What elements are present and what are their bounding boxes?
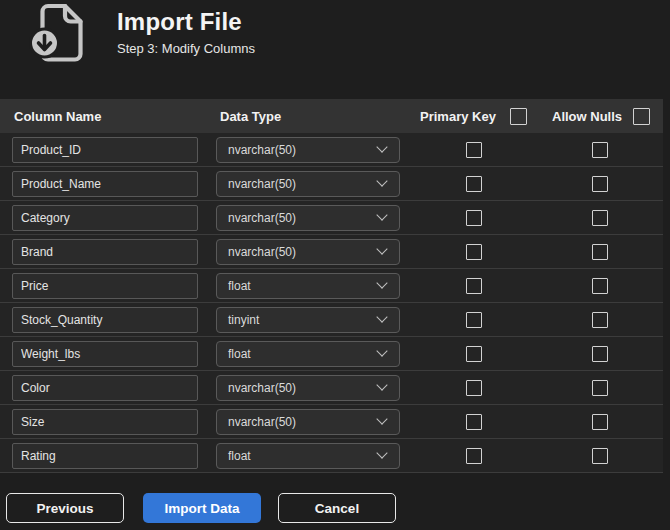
data-type-dropdown[interactable]: nvarchar(50) (216, 205, 400, 231)
allow-nulls-checkbox[interactable] (592, 244, 608, 260)
page-title: Import File (117, 8, 255, 35)
table-row: nvarchar(50) (0, 167, 663, 201)
allow-nulls-checkbox[interactable] (592, 414, 608, 430)
column-name-input[interactable] (12, 443, 198, 469)
allow-nulls-checkbox[interactable] (592, 278, 608, 294)
chevron-down-icon (376, 345, 387, 356)
data-type-dropdown[interactable]: nvarchar(50) (216, 171, 400, 197)
allow-nulls-cell (537, 414, 663, 430)
data-type-value: nvarchar(50) (228, 211, 296, 225)
primary-key-cell (410, 346, 537, 362)
allow-nulls-checkbox[interactable] (592, 210, 608, 226)
column-header-type: Data Type (216, 109, 410, 124)
column-header-primary-key-group: Primary Key (410, 108, 537, 125)
primary-key-checkbox[interactable] (466, 346, 482, 362)
allow-nulls-cell (537, 176, 663, 192)
primary-key-cell (410, 448, 537, 464)
chevron-down-icon (376, 175, 387, 186)
column-name-cell (0, 341, 216, 367)
allow-nulls-checkbox[interactable] (592, 142, 608, 158)
table-row: tinyint (0, 303, 663, 337)
data-type-dropdown[interactable]: float (216, 443, 400, 469)
table-row: nvarchar(50) (0, 133, 663, 167)
table-header-row: Column Name Data Type Primary Key Allow … (0, 99, 663, 133)
data-type-dropdown[interactable]: nvarchar(50) (216, 375, 400, 401)
column-name-input[interactable] (12, 341, 198, 367)
data-type-value: float (228, 347, 251, 361)
cancel-button[interactable]: Cancel (278, 493, 396, 523)
allow-nulls-cell (537, 210, 663, 226)
column-name-input[interactable] (12, 171, 198, 197)
primary-key-checkbox[interactable] (466, 414, 482, 430)
table-row: float (0, 269, 663, 303)
column-name-input[interactable] (12, 205, 198, 231)
allow-nulls-checkbox[interactable] (592, 346, 608, 362)
data-type-cell: nvarchar(50) (216, 375, 410, 401)
primary-key-checkbox[interactable] (466, 210, 482, 226)
table-row: nvarchar(50) (0, 201, 663, 235)
primary-key-checkbox[interactable] (466, 244, 482, 260)
column-name-input[interactable] (12, 137, 198, 163)
footer-actions: Previous Import Data Cancel (6, 493, 396, 523)
import-data-button[interactable]: Import Data (143, 493, 261, 523)
column-name-cell (0, 443, 216, 469)
allow-nulls-checkbox[interactable] (592, 448, 608, 464)
data-type-dropdown[interactable]: nvarchar(50) (216, 409, 400, 435)
primary-key-cell (410, 244, 537, 260)
column-name-cell (0, 307, 216, 333)
allow-nulls-cell (537, 380, 663, 396)
allow-nulls-cell (537, 142, 663, 158)
data-type-cell: nvarchar(50) (216, 239, 410, 265)
column-name-cell (0, 239, 216, 265)
data-type-value: float (228, 449, 251, 463)
allow-nulls-cell (537, 244, 663, 260)
primary-key-checkbox[interactable] (466, 448, 482, 464)
chevron-down-icon (376, 413, 387, 424)
table-row: float (0, 439, 663, 473)
column-name-cell (0, 205, 216, 231)
data-type-cell: tinyint (216, 307, 410, 333)
primary-key-cell (410, 380, 537, 396)
allow-nulls-cell (537, 312, 663, 328)
table-row: nvarchar(50) (0, 235, 663, 269)
table-row: nvarchar(50) (0, 405, 663, 439)
header: Import File Step 3: Modify Columns (117, 8, 255, 56)
chevron-down-icon (376, 243, 387, 254)
column-name-input[interactable] (12, 307, 198, 333)
data-type-cell: nvarchar(50) (216, 205, 410, 231)
column-name-input[interactable] (12, 239, 198, 265)
column-name-cell (0, 137, 216, 163)
data-type-dropdown[interactable]: float (216, 273, 400, 299)
primary-key-select-all-checkbox[interactable] (510, 108, 527, 125)
column-name-cell (0, 375, 216, 401)
columns-table: Column Name Data Type Primary Key Allow … (0, 99, 663, 473)
primary-key-cell (410, 414, 537, 430)
chevron-down-icon (376, 277, 387, 288)
table-body: nvarchar(50) nvarchar(50) (0, 133, 663, 473)
chevron-down-icon (376, 447, 387, 458)
primary-key-checkbox[interactable] (466, 278, 482, 294)
column-name-cell (0, 273, 216, 299)
allow-nulls-checkbox[interactable] (592, 176, 608, 192)
column-name-input[interactable] (12, 409, 198, 435)
data-type-dropdown[interactable]: tinyint (216, 307, 400, 333)
primary-key-cell (410, 210, 537, 226)
previous-button[interactable]: Previous (6, 493, 124, 523)
data-type-dropdown[interactable]: nvarchar(50) (216, 239, 400, 265)
data-type-value: nvarchar(50) (228, 177, 296, 191)
column-name-input[interactable] (12, 273, 198, 299)
primary-key-checkbox[interactable] (466, 176, 482, 192)
data-type-dropdown[interactable]: float (216, 341, 400, 367)
allow-nulls-select-all-checkbox[interactable] (633, 108, 650, 125)
data-type-value: nvarchar(50) (228, 381, 296, 395)
allow-nulls-checkbox[interactable] (592, 380, 608, 396)
primary-key-checkbox[interactable] (466, 142, 482, 158)
data-type-dropdown[interactable]: nvarchar(50) (216, 137, 400, 163)
column-name-input[interactable] (12, 375, 198, 401)
data-type-cell: float (216, 341, 410, 367)
primary-key-checkbox[interactable] (466, 312, 482, 328)
column-name-cell (0, 171, 216, 197)
primary-key-checkbox[interactable] (466, 380, 482, 396)
data-type-cell: nvarchar(50) (216, 137, 410, 163)
allow-nulls-checkbox[interactable] (592, 312, 608, 328)
